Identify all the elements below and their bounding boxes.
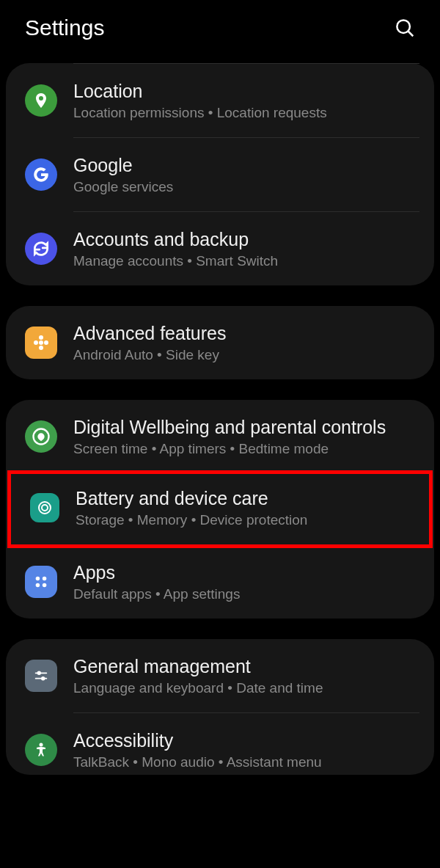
settings-header: Settings <box>0 0 440 63</box>
settings-item-apps[interactable]: Apps Default apps • App settings <box>6 545 434 619</box>
svg-point-10 <box>36 577 40 581</box>
svg-point-18 <box>40 743 43 747</box>
svg-point-5 <box>34 340 38 345</box>
settings-item-wellbeing[interactable]: Digital Wellbeing and parental controls … <box>6 400 434 473</box>
search-button[interactable] <box>392 15 418 41</box>
svg-point-17 <box>42 677 45 680</box>
settings-item-location[interactable]: Location Location permissions • Location… <box>6 64 434 137</box>
settings-item-advanced[interactable]: Advanced features Android Auto • Side ke… <box>6 306 434 379</box>
settings-group: Digital Wellbeing and parental controls … <box>6 400 434 619</box>
settings-group: Advanced features Android Auto • Side ke… <box>6 306 434 379</box>
item-title: Battery and device care <box>76 487 414 509</box>
svg-point-12 <box>36 583 40 588</box>
svg-point-11 <box>43 577 47 581</box>
svg-point-15 <box>37 672 40 675</box>
svg-point-3 <box>39 335 43 340</box>
svg-point-13 <box>43 583 47 588</box>
item-title: Google <box>73 154 419 176</box>
item-subtitle: Android Auto • Side key <box>73 347 419 363</box>
settings-item-battery[interactable]: Battery and device care Storage • Memory… <box>11 474 429 544</box>
svg-point-0 <box>397 20 410 33</box>
settings-item-google[interactable]: Google Google services <box>6 138 434 211</box>
sync-icon <box>25 233 57 265</box>
google-icon <box>25 158 57 191</box>
devicecare-icon <box>30 493 59 522</box>
item-title: Accounts and backup <box>73 228 419 250</box>
item-subtitle: Location permissions • Location requests <box>73 105 419 121</box>
location-icon <box>25 84 57 117</box>
item-subtitle: Google services <box>73 179 419 195</box>
page-title: Settings <box>25 15 104 40</box>
search-icon <box>394 17 416 39</box>
item-subtitle: Storage • Memory • Device protection <box>76 512 414 528</box>
svg-point-9 <box>42 505 48 511</box>
settings-group: General management Language and keyboard… <box>6 639 434 775</box>
item-subtitle: Default apps • App settings <box>73 586 419 602</box>
settings-item-general[interactable]: General management Language and keyboard… <box>6 639 434 712</box>
svg-point-6 <box>44 340 48 345</box>
svg-point-8 <box>39 502 51 514</box>
item-subtitle: Manage accounts • Smart Switch <box>73 253 419 269</box>
item-title: Apps <box>73 561 419 583</box>
item-subtitle: Language and keyboard • Date and time <box>73 680 419 696</box>
apps-icon <box>25 566 57 598</box>
item-title: Advanced features <box>73 322 419 344</box>
item-title: Location <box>73 80 419 102</box>
item-title: General management <box>73 655 419 677</box>
settings-item-accessibility[interactable]: Accessibility TalkBack • Mono audio • As… <box>6 713 434 775</box>
accessibility-icon <box>25 734 57 766</box>
item-subtitle: Screen time • App timers • Bedtime mode <box>73 441 419 457</box>
highlight-box: Battery and device care Storage • Memory… <box>7 470 433 548</box>
item-title: Digital Wellbeing and parental controls <box>73 416 419 438</box>
svg-point-2 <box>39 340 43 345</box>
wellbeing-icon <box>25 420 57 453</box>
svg-line-1 <box>408 32 414 37</box>
flower-icon <box>25 327 57 359</box>
sliders-icon <box>25 660 57 692</box>
svg-point-4 <box>39 346 43 350</box>
settings-group: Location Location permissions • Location… <box>6 63 434 285</box>
settings-item-accounts[interactable]: Accounts and backup Manage accounts • Sm… <box>6 212 434 285</box>
item-subtitle: TalkBack • Mono audio • Assistant menu <box>73 754 419 770</box>
item-title: Accessibility <box>73 729 419 751</box>
